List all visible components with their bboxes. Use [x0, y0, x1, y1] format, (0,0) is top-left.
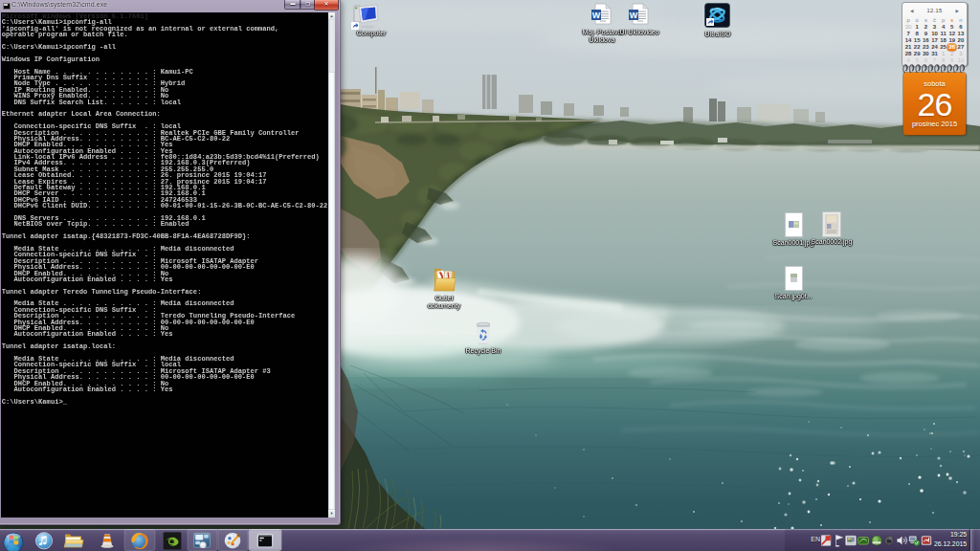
- svg-text:W: W: [630, 11, 638, 20]
- svg-text:W: W: [592, 11, 601, 20]
